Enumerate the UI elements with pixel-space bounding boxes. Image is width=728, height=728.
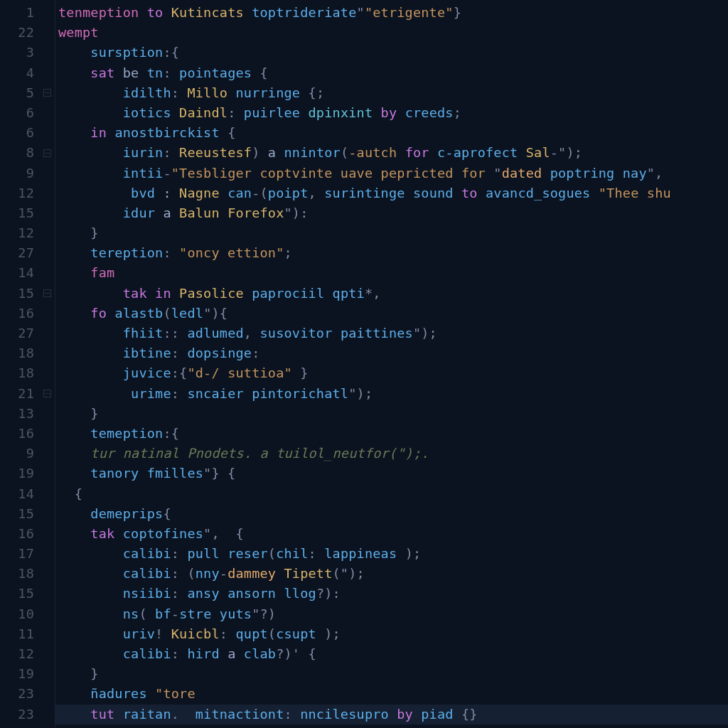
line-number[interactable]: 9 <box>0 164 40 183</box>
line-number[interactable]: 10 <box>0 604 40 624</box>
line-number[interactable]: 16 <box>0 304 40 323</box>
token: clab <box>244 646 276 661</box>
code-line[interactable]: idur a Balun Forefox"): <box>58 203 728 223</box>
code-line[interactable]: bvd : Nagne can-(poipt, surintinge sound… <box>58 183 728 203</box>
line-number[interactable]: 12 <box>0 223 40 243</box>
code-line[interactable]: { <box>58 484 728 504</box>
code-line[interactable]: idilth: Millo nurringe {; <box>58 83 728 103</box>
line-number[interactable]: 6 <box>0 103 40 123</box>
line-number[interactable]: 18 <box>0 343 40 363</box>
line-number[interactable]: 8 <box>0 143 40 163</box>
code-line[interactable]: uriv! Kuicbl: qupt(csupt ); <box>58 624 728 644</box>
line-number[interactable]: 1 <box>0 3 40 23</box>
token: yuts <box>220 606 252 621</box>
code-line[interactable]: fhiit:: adlumed, susovitor paittines"); <box>58 323 728 343</box>
code-line[interactable]: tenmeption to Kutincats toptrideriate""e… <box>58 3 728 23</box>
fold-marker-icon[interactable] <box>40 143 55 163</box>
line-number[interactable]: 16 <box>0 524 40 544</box>
line-number[interactable]: 9 <box>0 444 40 464</box>
token: } <box>90 406 98 421</box>
line-number[interactable]: 4 <box>0 63 40 83</box>
line-number[interactable]: 23 <box>0 705 40 724</box>
code-line[interactable]: juvice:{"d-/ suttioa" } <box>58 363 728 383</box>
fold-marker-icon[interactable] <box>40 83 55 103</box>
code-line[interactable]: tereption: "oncy ettion"; <box>58 243 728 263</box>
line-number[interactable]: 16 <box>0 424 40 444</box>
code-line[interactable]: tanory fmilles"} { <box>58 464 728 483</box>
line-number[interactable]: 15 <box>0 504 40 524</box>
token <box>58 426 90 441</box>
line-number[interactable]: 15 <box>0 203 40 223</box>
line-number[interactable]: 13 <box>0 404 40 424</box>
line-number[interactable]: 27 <box>0 243 40 263</box>
code-line[interactable]: ibtine: dopsinge: <box>58 343 728 363</box>
code-line[interactable]: tak in Pasolice paprociil qpti*, <box>58 284 728 304</box>
line-number[interactable]: 17 <box>0 544 40 564</box>
line-number[interactable]: 18 <box>0 564 40 584</box>
fold-marker-icon[interactable] <box>40 284 55 304</box>
line-number[interactable]: 21 <box>0 384 40 404</box>
token <box>292 365 300 380</box>
line-number[interactable]: 5 <box>0 83 40 103</box>
fold-slot <box>40 63 55 83</box>
code-line[interactable]: calibi: pull reser(chil: lappineas ); <box>58 544 728 564</box>
code-line[interactable]: tur natinal Pnodets. a tuilol_neutfor(")… <box>58 444 728 464</box>
token <box>58 45 90 60</box>
line-number[interactable]: 27 <box>0 323 40 343</box>
line-number[interactable]: 6 <box>0 123 40 143</box>
line-number[interactable]: 12 <box>0 183 40 203</box>
token: "} { <box>203 466 235 481</box>
line-number-gutter[interactable]: 1223456689121512271415162718182113169191… <box>0 0 40 728</box>
token <box>147 286 155 301</box>
line-number[interactable]: 19 <box>0 464 40 483</box>
code-line[interactable]: nsiibi: ansy ansorn llog?): <box>58 584 728 604</box>
token: ( <box>268 626 276 641</box>
code-line[interactable]: sursption:{ <box>58 43 728 63</box>
token: ?)' { <box>276 646 316 661</box>
code-line[interactable]: } <box>58 223 728 243</box>
fold-slot <box>40 584 55 604</box>
code-line[interactable]: wempt <box>58 23 728 43</box>
token: : <box>309 546 325 561</box>
code-line[interactable]: iurin: Reeustesf) a nnintor(-autch for c… <box>58 143 728 163</box>
token <box>58 506 90 521</box>
fold-column[interactable] <box>40 0 55 728</box>
line-number[interactable]: 22 <box>0 23 40 43</box>
code-line[interactable]: } <box>58 664 728 684</box>
code-line[interactable]: demeprips{ <box>58 504 728 524</box>
token: stre <box>179 606 211 621</box>
code-line[interactable]: ns( bf-stre yuts"?) <box>58 604 728 624</box>
line-number[interactable]: 11 <box>0 624 40 644</box>
code-line[interactable]: } <box>58 404 728 424</box>
token <box>405 186 413 200</box>
code-line[interactable]: intii-"Tesbliger coptvinte uave pepricte… <box>58 164 728 183</box>
token: } <box>90 225 98 240</box>
fold-marker-icon[interactable] <box>40 384 55 404</box>
code-line[interactable]: sat be tn: pointages { <box>58 63 728 83</box>
code-line[interactable]: calibi: hird a clab?)' { <box>58 644 728 664</box>
code-line[interactable]: in anostbirckist { <box>58 123 728 143</box>
line-number[interactable]: 19 <box>0 664 40 684</box>
code-line[interactable]: tut raitan. mitnactiont: nncilesupro by … <box>55 705 728 724</box>
token: ); <box>405 546 422 561</box>
line-number[interactable]: 18 <box>0 363 40 383</box>
code-area[interactable]: tenmeption to Kutincats toptrideriate""e… <box>55 0 728 728</box>
code-line[interactable]: ñadures "tore <box>58 684 728 704</box>
line-number[interactable]: 14 <box>0 484 40 504</box>
line-number[interactable]: 3 <box>0 43 40 63</box>
code-line[interactable]: fo alastb(ledl"){ <box>58 304 728 323</box>
token: , <box>309 186 325 200</box>
code-line[interactable]: calibi: (nny-dammey Tipett("); <box>58 564 728 584</box>
line-number[interactable]: 15 <box>0 284 40 304</box>
line-number[interactable]: 12 <box>0 644 40 664</box>
token: c-aprofect <box>437 145 518 160</box>
code-line[interactable]: iotics Daindl: puirlee dpinxint by creed… <box>58 103 728 123</box>
code-line[interactable]: temeption:{ <box>58 424 728 444</box>
line-number[interactable]: 15 <box>0 584 40 604</box>
line-number[interactable]: 14 <box>0 263 40 283</box>
line-number[interactable]: 23 <box>0 684 40 704</box>
token: Millo <box>187 85 228 100</box>
code-line[interactable]: tak coptofines", { <box>58 524 728 544</box>
code-line[interactable]: urime: sncaier pintorichatl"); <box>58 384 728 404</box>
code-line[interactable]: fam <box>58 263 728 283</box>
